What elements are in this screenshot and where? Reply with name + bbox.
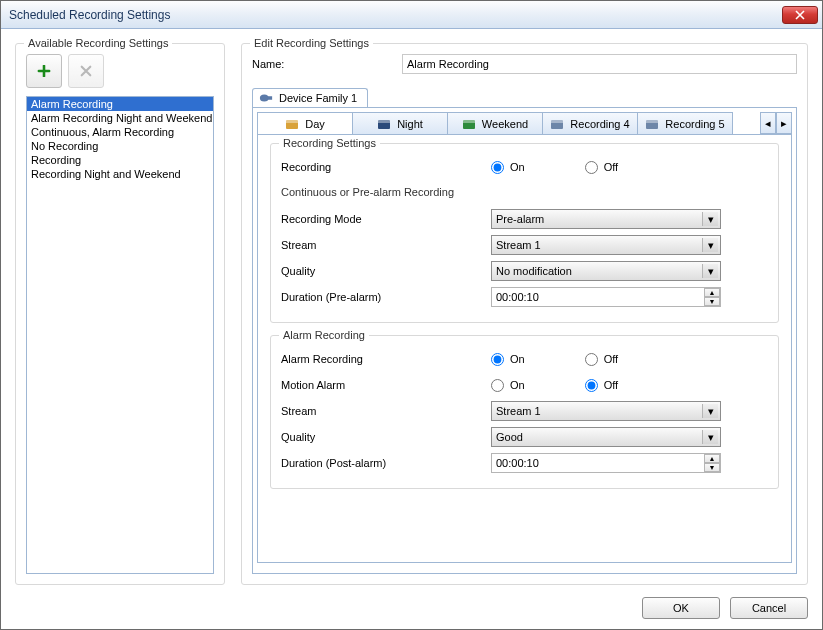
list-item[interactable]: Continuous, Alarm Recording [27, 125, 213, 139]
settings-listbox[interactable]: Alarm RecordingAlarm Recording Night and… [26, 96, 214, 574]
chevron-down-icon: ▾ [702, 238, 718, 252]
list-item[interactable]: Recording Night and Weekend [27, 167, 213, 181]
svg-rect-9 [551, 120, 563, 123]
edit-settings-legend: Edit Recording Settings [250, 37, 373, 49]
alarm-recording-label: Alarm Recording [281, 353, 491, 365]
list-item[interactable]: No Recording [27, 139, 213, 153]
duration-prealarm-label: Duration (Pre-alarm) [281, 291, 491, 303]
ok-button[interactable]: OK [642, 597, 720, 619]
duration-prealarm-spinner[interactable]: 00:00:10 ▲▼ [491, 287, 721, 307]
device-family-tab-label: Device Family 1 [279, 92, 357, 104]
chevron-down-icon: ▾ [702, 404, 718, 418]
stream-combo[interactable]: Stream 1▾ [491, 235, 721, 255]
schedule-tab[interactable]: Recording 5 [637, 112, 733, 134]
spinner-up[interactable]: ▲ [704, 288, 720, 297]
device-family-tabpage: DayNightWeekendRecording 4Recording 5◂▸ … [252, 107, 797, 574]
tab-scroll-left[interactable]: ◂ [760, 112, 776, 134]
list-item[interactable]: Alarm Recording [27, 97, 213, 111]
chevron-down-icon: ▾ [702, 264, 718, 278]
alarm-recording-legend: Alarm Recording [279, 329, 369, 341]
quality-label: Quality [281, 265, 491, 277]
spinner-up[interactable]: ▲ [704, 454, 720, 463]
recording-settings-section: Recording Settings Recording On Off Cont… [270, 143, 779, 323]
stream-label: Stream [281, 239, 491, 251]
title-bar: Scheduled Recording Settings [1, 1, 822, 29]
schedule-tab[interactable]: Recording 4 [542, 112, 638, 134]
svg-rect-1 [268, 96, 272, 100]
plus-icon [37, 65, 51, 77]
list-item[interactable]: Alarm Recording Night and Weekend [27, 111, 213, 125]
duration-postalarm-spinner[interactable]: 00:00:10 ▲▼ [491, 453, 721, 473]
schedule-tabpage: Recording Settings Recording On Off Cont… [257, 134, 792, 563]
schedule-tabs: DayNightWeekendRecording 4Recording 5◂▸ [257, 112, 792, 134]
delete-icon [79, 65, 93, 77]
motion-off-radio[interactable]: Off [585, 379, 618, 392]
schedule-icon [285, 118, 299, 130]
recording-mode-combo[interactable]: Pre-alarm▾ [491, 209, 721, 229]
alarm-quality-label: Quality [281, 431, 491, 443]
alarm-stream-combo[interactable]: Stream 1▾ [491, 401, 721, 421]
chevron-down-icon: ▾ [702, 212, 718, 226]
duration-postalarm-label: Duration (Post-alarm) [281, 457, 491, 469]
alarm-recording-section: Alarm Recording Alarm Recording On Off M… [270, 335, 779, 489]
delete-button[interactable] [68, 54, 104, 88]
motion-alarm-label: Motion Alarm [281, 379, 491, 391]
schedule-tab[interactable]: Night [352, 112, 448, 134]
schedule-tab[interactable]: Day [257, 112, 353, 134]
available-settings-group: Available Recording Settings Alarm Recor… [15, 43, 225, 585]
device-family-tab[interactable]: Device Family 1 [252, 88, 368, 107]
dialog-content: Available Recording Settings Alarm Recor… [1, 29, 822, 629]
edit-settings-group: Edit Recording Settings Name: Device Fam… [241, 43, 808, 585]
alarm-on-radio[interactable]: On [491, 353, 525, 366]
alarm-off-radio[interactable]: Off [585, 353, 618, 366]
dialog-window: Scheduled Recording Settings Available R… [0, 0, 823, 630]
continuous-prealarm-subhead: Continuous or Pre-alarm Recording [281, 186, 768, 198]
svg-rect-7 [463, 120, 475, 123]
add-button[interactable] [26, 54, 62, 88]
svg-rect-5 [378, 120, 390, 123]
schedule-icon [645, 118, 659, 130]
spinner-down[interactable]: ▼ [704, 463, 720, 472]
recording-on-radio[interactable]: On [491, 161, 525, 174]
cancel-button[interactable]: Cancel [730, 597, 808, 619]
name-label: Name: [252, 58, 402, 70]
motion-on-radio[interactable]: On [491, 379, 525, 392]
window-title: Scheduled Recording Settings [9, 8, 170, 22]
svg-rect-3 [286, 120, 298, 123]
quality-combo[interactable]: No modification▾ [491, 261, 721, 281]
chevron-down-icon: ▾ [702, 430, 718, 444]
available-settings-legend: Available Recording Settings [24, 37, 172, 49]
camera-icon [259, 92, 273, 104]
list-item[interactable]: Recording [27, 153, 213, 167]
tab-scroll-right[interactable]: ▸ [776, 112, 792, 134]
alarm-stream-label: Stream [281, 405, 491, 417]
schedule-icon [550, 118, 564, 130]
name-input[interactable] [402, 54, 797, 74]
recording-off-radio[interactable]: Off [585, 161, 618, 174]
spinner-down[interactable]: ▼ [704, 297, 720, 306]
alarm-quality-combo[interactable]: Good▾ [491, 427, 721, 447]
close-icon [795, 10, 805, 20]
recording-label: Recording [281, 161, 491, 173]
schedule-icon [462, 118, 476, 130]
dialog-footer: OK Cancel [15, 593, 808, 619]
close-button[interactable] [782, 6, 818, 24]
schedule-icon [377, 118, 391, 130]
svg-rect-11 [646, 120, 658, 123]
recording-mode-label: Recording Mode [281, 213, 491, 225]
svg-point-0 [260, 95, 269, 102]
schedule-tab[interactable]: Weekend [447, 112, 543, 134]
recording-settings-legend: Recording Settings [279, 137, 380, 149]
